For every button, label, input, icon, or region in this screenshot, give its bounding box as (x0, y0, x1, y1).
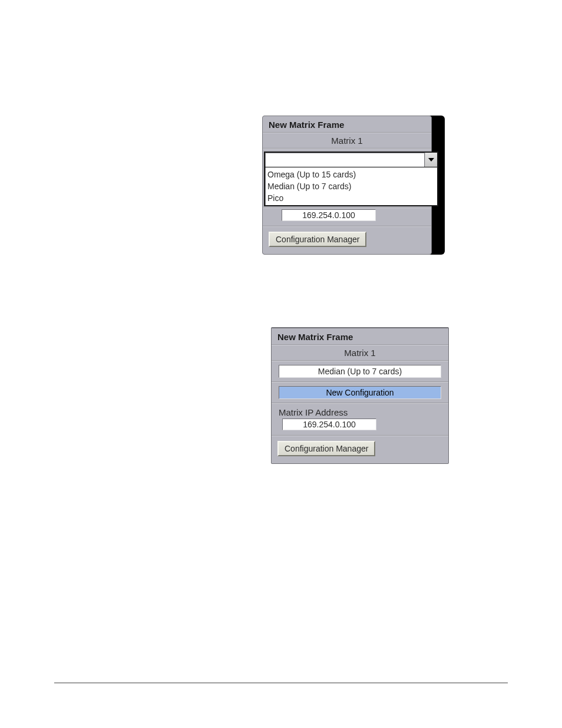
config-manager-row: Configuration Manager (263, 226, 431, 254)
frame-type-input-row (265, 153, 437, 167)
figure-2-container: New Matrix Frame Matrix 1 Median (Up to … (271, 327, 454, 464)
svg-marker-0 (428, 158, 434, 162)
matrix-name-label: Matrix 1 (344, 348, 375, 358)
frame-type-row: Omega (Up to 15 cards) Median (Up to 7 c… (263, 149, 431, 207)
frame-type-option-median[interactable]: Median (Up to 7 cards) (267, 180, 435, 192)
new-configuration-row: New Configuration (272, 382, 448, 403)
matrix-name-label: Matrix 1 (331, 136, 362, 146)
figure-1-container: New Matrix Frame Matrix 1 (262, 116, 445, 255)
frame-type-row: Median (Up to 7 cards) (272, 361, 448, 382)
figure-1-black-outer: New Matrix Frame Matrix 1 (262, 116, 445, 255)
frame-type-dropdown[interactable]: Omega (Up to 15 cards) Median (Up to 7 c… (264, 151, 438, 206)
frame-type-dropdown-list: Omega (Up to 15 cards) Median (Up to 7 c… (265, 167, 437, 205)
frame-type-combo-wrap: Omega (Up to 15 cards) Median (Up to 7 c… (264, 151, 430, 169)
configuration-manager-button[interactable]: Configuration Manager (277, 441, 375, 456)
new-matrix-frame-panel-open-dropdown: New Matrix Frame Matrix 1 (262, 116, 432, 255)
matrix-ip-input[interactable]: 169.254.0.100 (282, 209, 376, 221)
frame-type-value-field[interactable]: Median (Up to 7 cards) (279, 365, 441, 378)
frame-type-dropdown-arrow-button[interactable] (425, 153, 437, 167)
matrix-ip-label: Matrix IP Address (275, 406, 445, 417)
footer-rule (54, 683, 508, 683)
chevron-down-icon (428, 158, 434, 162)
matrix-ip-input[interactable]: 169.254.0.100 (282, 419, 376, 430)
configuration-manager-button[interactable]: Configuration Manager (269, 232, 366, 247)
panel-title: New Matrix Frame (272, 328, 448, 345)
panel-title: New Matrix Frame (263, 116, 431, 133)
frame-type-option-pico[interactable]: Pico (267, 192, 435, 204)
page: New Matrix Frame Matrix 1 (0, 0, 562, 728)
frame-type-option-omega[interactable]: Omega (Up to 15 cards) (267, 169, 435, 180)
frame-type-selected-text[interactable] (265, 153, 425, 167)
new-configuration-button[interactable]: New Configuration (279, 386, 441, 399)
matrix-name-row: Matrix 1 (272, 345, 448, 361)
config-manager-row: Configuration Manager (272, 436, 448, 463)
new-matrix-frame-panel-selected: New Matrix Frame Matrix 1 Median (Up to … (271, 327, 449, 464)
matrix-name-row: Matrix 1 (263, 133, 431, 149)
ip-row: 169.254.0.100 (263, 207, 431, 226)
ip-row: Matrix IP Address 169.254.0.100 (272, 403, 448, 436)
